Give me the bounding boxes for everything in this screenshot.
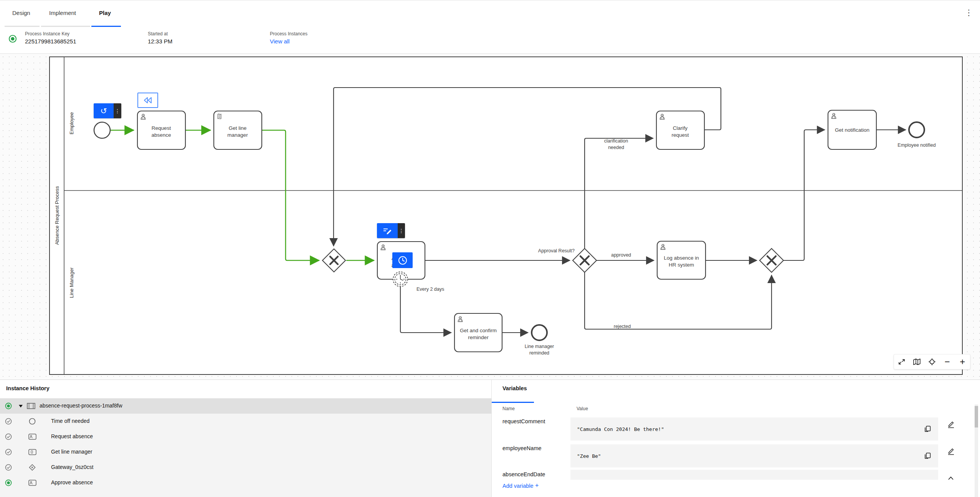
clock-icon [398, 255, 408, 265]
scrollbar-thumb[interactable] [975, 406, 978, 427]
label-every-2-days: Every 2 days [416, 287, 444, 292]
process-instance-key-value: 2251799813685251 [25, 38, 76, 45]
boundary-timer-event[interactable] [393, 272, 408, 287]
task-label: request [671, 132, 689, 138]
rewind-icon [142, 96, 153, 104]
tab-design[interactable]: Design [12, 10, 30, 16]
variable-value-field[interactable]: "Zee Be" [570, 444, 938, 467]
history-row-label: Approve absence [51, 479, 93, 485]
tab-play[interactable]: Play [99, 10, 111, 16]
chevron-up-icon[interactable] [947, 476, 954, 480]
variable-value-field[interactable]: "Camunda Con 2024! Be there!" [570, 417, 938, 441]
kebab-vertical-icon[interactable]: ⋮ [398, 223, 405, 238]
history-row-gateway[interactable]: Gateway_0sz0cst [0, 460, 491, 475]
variable-name: employeeName [502, 445, 542, 451]
tab-variables[interactable]: Variables [502, 385, 527, 391]
reset-zoom-icon[interactable] [925, 355, 939, 368]
copy-icon[interactable] [924, 452, 931, 460]
complete-form-button[interactable] [377, 223, 398, 238]
history-panel-fill [0, 490, 491, 497]
end-event-line-manager-reminded[interactable] [532, 325, 547, 340]
task-clarify-request[interactable]: Clarify request [656, 111, 704, 149]
form-edit-icon [382, 227, 392, 235]
task-get-notification[interactable]: Get notification [828, 110, 876, 149]
task-get-and-confirm-reminder[interactable]: Get and confirm reminder [454, 313, 502, 352]
start-event-time-off-needed[interactable] [94, 122, 110, 138]
variable-value: "Camunda Con 2024! Be there!" [577, 426, 664, 432]
pool-label: Absence Request Process [54, 186, 60, 245]
variables-panel: Variables Name Value requestComment "Cam… [492, 380, 980, 497]
completed-check-icon [5, 464, 12, 471]
started-at-label: Started at [148, 31, 168, 36]
zoom-in-icon[interactable]: + [956, 355, 969, 368]
variables-name-header: Name [502, 406, 515, 411]
active-timer-badge[interactable] [392, 252, 413, 268]
view-all-link[interactable]: View all [270, 38, 289, 45]
active-radio-icon [5, 403, 12, 409]
task-request-absence[interactable]: Request absence [137, 111, 185, 149]
completed-check-icon [5, 449, 12, 456]
zoom-out-icon[interactable]: − [941, 355, 954, 368]
add-variable-plus-icon[interactable]: + [535, 482, 539, 489]
chevron-down-icon[interactable] [18, 404, 23, 408]
restart-icon: ↺ [100, 107, 107, 115]
minimap-icon[interactable] [910, 355, 923, 368]
completed-check-icon [5, 433, 12, 440]
copy-icon[interactable] [924, 425, 931, 433]
label-needed: needed [608, 145, 624, 150]
started-at-value: 12:33 PM [148, 38, 172, 45]
history-row-label: Time off needed [51, 418, 89, 424]
fit-viewport-icon[interactable] [895, 355, 908, 368]
label-clarification: clarification [604, 138, 628, 144]
edit-pencil-icon[interactable] [946, 419, 956, 429]
task-label: manager [227, 132, 248, 138]
label-approved: approved [611, 252, 631, 258]
mode-tab-bar: Design Implement Play ⋮ [0, 0, 980, 27]
history-row-label: Request absence [51, 433, 93, 439]
tab-implement[interactable]: Implement [49, 10, 76, 16]
variables-tab-underline [492, 402, 534, 403]
bpmn-canvas[interactable]: Absence Request Process Employee Line Ma… [0, 54, 980, 379]
instance-history-panel: Instance History absence-request-process… [0, 380, 491, 497]
history-row-request-absence[interactable]: Request absence [0, 429, 491, 444]
history-row-time-off-needed[interactable]: Time off needed [0, 414, 491, 429]
task-label: Get line [229, 125, 247, 131]
label-line-manager: Line manager [525, 344, 554, 349]
task-log-absence-hr[interactable]: Log absence in HR system [657, 241, 706, 279]
rewind-token-button[interactable] [137, 93, 158, 108]
start-event-icon [29, 418, 36, 425]
start-event-hover-toolbar: ↺ ⋮ [94, 103, 121, 118]
user-task-icon [28, 434, 36, 440]
process-icon [27, 403, 35, 409]
label-approval-result: Approval Result? [538, 248, 575, 253]
instance-info-bar: Process Instance Key 2251799813685251 St… [0, 27, 980, 54]
variable-value-field[interactable] [570, 470, 938, 480]
history-row-label: absence-request-process-1maf8fw [40, 403, 122, 409]
active-instance-radio-icon [8, 35, 17, 43]
script-task-icon [218, 114, 221, 119]
instance-history-title: Instance History [6, 385, 50, 391]
diagram-controls-toolbar: − + [894, 354, 970, 369]
kebab-vertical-icon[interactable]: ⋮ [114, 103, 121, 118]
active-radio-icon [5, 479, 12, 486]
user-task-icon [28, 480, 36, 486]
kebab-vertical-icon[interactable]: ⋮ [964, 8, 973, 20]
history-row-get-line-manager[interactable]: Get line manager [0, 444, 491, 460]
label-rejected: rejected [614, 324, 631, 329]
history-row-approve-absence[interactable]: Approve absence [0, 475, 491, 490]
pool-absence-request-process[interactable] [50, 57, 962, 374]
end-event-employee-notified[interactable] [909, 122, 924, 138]
task-label: HR system [669, 262, 694, 268]
task-label: absence [151, 132, 171, 138]
task-get-line-manager[interactable]: Get line manager [214, 111, 262, 149]
history-row-label: Gateway_0sz0cst [51, 464, 94, 470]
task-label: Request [152, 125, 171, 131]
history-row-process[interactable]: absence-request-process-1maf8fw [0, 398, 491, 414]
task-label: reminder [468, 335, 489, 340]
history-row-label: Get line manager [51, 449, 92, 455]
variables-value-header: Value [577, 406, 588, 411]
edit-pencil-icon[interactable] [946, 446, 956, 456]
restart-button[interactable]: ↺ [94, 103, 114, 118]
add-variable-link[interactable]: Add variable [502, 483, 534, 489]
task-label: Log absence in [664, 255, 699, 261]
